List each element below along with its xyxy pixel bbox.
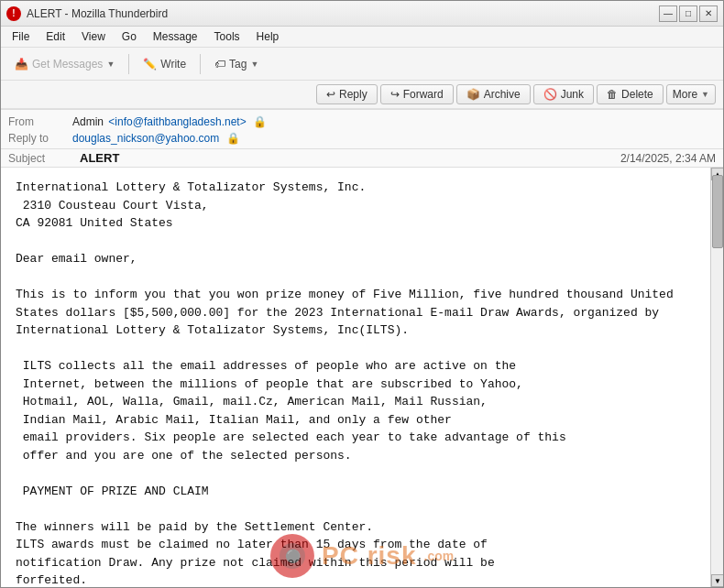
action-buttons: ↩ Reply ↪ Forward 📦 Archive 🚫 Junk 🗑 [316, 84, 716, 104]
email-body-text: International Lottery & Totalizator Syst… [16, 179, 696, 587]
title-bar-left: ! ALERT - Mozilla Thunderbird [6, 6, 168, 21]
archive-button[interactable]: 📦 Archive [456, 84, 531, 104]
more-button[interactable]: More ▼ [666, 84, 716, 104]
app-icon: ! [6, 6, 21, 21]
main-toolbar: 📥 Get Messages ▼ ✏️ Write 🏷 Tag ▼ [1, 48, 723, 81]
menu-view[interactable]: View [74, 28, 113, 45]
action-bar: ↩ Reply ↪ Forward 📦 Archive 🚫 Junk 🗑 [1, 81, 723, 109]
reply-to-label: Reply to [8, 132, 72, 145]
email-date: 2/14/2025, 2:34 AM [620, 152, 716, 165]
more-dropdown-arrow: ▼ [701, 90, 709, 99]
email-subject: ALERT [80, 151, 119, 165]
email-header: ↩ Reply ↪ Forward 📦 Archive 🚫 Junk 🗑 [1, 81, 723, 168]
main-window: ! ALERT - Mozilla Thunderbird — □ ✕ File… [0, 0, 724, 588]
from-value: Admin <info@faithbangladesh.net> 🔒 [72, 115, 716, 128]
email-metadata: From Admin <info@faithbangladesh.net> 🔒 … [1, 110, 723, 148]
menu-edit[interactable]: Edit [38, 28, 72, 45]
forward-button[interactable]: ↪ Forward [380, 84, 454, 104]
tag-button[interactable]: 🏷 Tag ▼ [206, 54, 267, 74]
scroll-down-arrow[interactable]: ▼ [711, 574, 723, 587]
email-body-container: International Lottery & Totalizator Syst… [1, 168, 723, 587]
toolbar-separator-1 [128, 54, 129, 74]
reply-to-row: Reply to douglas_nickson@yahoo.com 🔒 [8, 130, 716, 147]
tag-icon: 🏷 [214, 58, 225, 71]
junk-button[interactable]: 🚫 Junk [533, 84, 594, 104]
delete-icon: 🗑 [607, 88, 618, 101]
write-button[interactable]: ✏️ Write [135, 54, 194, 74]
write-icon: ✏️ [143, 58, 157, 71]
scroll-thumb[interactable] [712, 175, 723, 248]
subject-row: Subject ALERT 2/14/2025, 2:34 AM [1, 149, 723, 167]
forward-icon: ↪ [390, 88, 400, 101]
menu-go[interactable]: Go [115, 28, 144, 45]
delete-button[interactable]: 🗑 Delete [597, 84, 664, 104]
vertical-scrollbar[interactable]: ▲ ▼ [710, 168, 723, 587]
title-bar: ! ALERT - Mozilla Thunderbird — □ ✕ [1, 1, 723, 27]
tag-dropdown-arrow[interactable]: ▼ [250, 60, 258, 69]
toolbar-separator-2 [200, 54, 201, 74]
subject-section: Subject ALERT [8, 151, 119, 165]
get-messages-icon: 📥 [15, 58, 28, 71]
reply-to-value: douglas_nickson@yahoo.com 🔒 [72, 132, 716, 145]
subject-label: Subject [8, 152, 72, 165]
reply-to-email: douglas_nickson@yahoo.com [72, 132, 219, 145]
from-label: From [8, 115, 72, 128]
window-controls: — □ ✕ [659, 5, 718, 22]
maximize-button[interactable]: □ [679, 5, 697, 22]
window-title: ALERT - Mozilla Thunderbird [27, 7, 168, 20]
get-messages-dropdown-arrow[interactable]: ▼ [106, 60, 115, 69]
archive-icon: 📦 [466, 88, 480, 101]
close-button[interactable]: ✕ [699, 5, 718, 22]
sender-name: Admin [72, 115, 104, 128]
get-messages-button[interactable]: 📥 Get Messages ▼ [6, 54, 123, 74]
menu-message[interactable]: Message [146, 28, 205, 45]
junk-icon: 🚫 [543, 88, 557, 101]
menu-help[interactable]: Help [249, 28, 287, 45]
reply-to-security-icon: 🔒 [226, 132, 240, 145]
menu-tools[interactable]: Tools [207, 28, 247, 45]
reply-icon: ↩ [326, 88, 335, 101]
menu-file[interactable]: File [5, 28, 37, 45]
sender-security-icon: 🔒 [253, 115, 267, 128]
reply-button[interactable]: ↩ Reply [316, 84, 378, 104]
minimize-button[interactable]: — [659, 5, 677, 22]
menu-bar: File Edit View Go Message Tools Help [1, 27, 723, 48]
from-row: From Admin <info@faithbangladesh.net> 🔒 [8, 114, 716, 130]
email-body[interactable]: International Lottery & Totalizator Syst… [1, 168, 710, 587]
sender-email: <info@faithbangladesh.net> [108, 115, 246, 128]
